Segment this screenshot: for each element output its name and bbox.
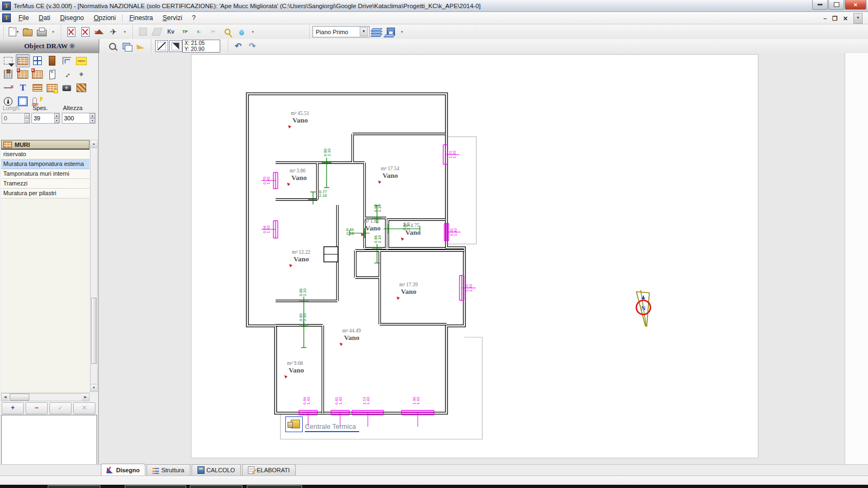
floor-selector[interactable]: Piano Primo ▼ xyxy=(312,26,369,37)
centrale-termica-label[interactable]: Centrale Termica xyxy=(305,423,359,432)
menu-finestra[interactable]: Finestra xyxy=(124,12,157,23)
wall-e2-tool[interactable]: E xyxy=(30,68,44,81)
radiator-tool[interactable] xyxy=(1,68,15,81)
altezza-spinner[interactable]: ▲▼ xyxy=(90,113,95,123)
undo-button[interactable]: ↶ xyxy=(231,40,245,53)
muri-vertical-scrollbar[interactable]: ▲ ▼ xyxy=(90,140,98,392)
measure-tool[interactable]: ↔ xyxy=(60,68,74,81)
boiler-icon[interactable] xyxy=(285,416,303,432)
mdi-minimize-button[interactable]: – xyxy=(824,15,827,22)
muri-item[interactable]: Muratura per pilastri xyxy=(1,189,90,198)
corner-tool[interactable] xyxy=(60,54,74,67)
wall-alert-tool[interactable] xyxy=(45,81,59,94)
wall-tool[interactable] xyxy=(16,54,30,67)
wall-e1-tool[interactable]: E xyxy=(16,68,30,81)
scroll-left-icon[interactable]: ◀ xyxy=(2,394,9,401)
minimize-button[interactable] xyxy=(812,0,828,10)
scroll-up-icon[interactable]: ▲ xyxy=(91,140,97,148)
toolbar-overflow-button[interactable]: ▾ xyxy=(248,25,257,38)
tab-calcolo[interactable]: CALCOLO xyxy=(192,464,241,476)
toolbar-options-button[interactable]: ▾ xyxy=(853,13,863,24)
new-document-button[interactable]: ▾ xyxy=(7,25,21,38)
toolbar-overflow-button[interactable]: ▾ xyxy=(120,25,129,38)
toolbar-overflow-button[interactable]: ▾ xyxy=(49,25,58,38)
muri-item-selected[interactable]: Muratura tamponatura esterna xyxy=(1,159,90,169)
vano-tool[interactable]: vano xyxy=(74,54,88,67)
aerial-view-button[interactable]: ✈ xyxy=(106,25,120,38)
photo-tool[interactable] xyxy=(60,81,74,94)
open-button[interactable] xyxy=(21,25,35,38)
menu-file[interactable]: File xyxy=(14,12,34,23)
menu-dati[interactable]: Dati xyxy=(34,12,55,23)
muri-item[interactable]: Tramezzi xyxy=(1,179,90,189)
print-button[interactable] xyxy=(35,25,49,38)
spes-field[interactable]: ▲▼ xyxy=(31,113,60,124)
centrale-termica-object[interactable]: Centrale Termica xyxy=(285,416,359,432)
select-tool[interactable] xyxy=(1,54,15,67)
scrollbar-thumb[interactable] xyxy=(10,394,29,401)
cut-button[interactable]: ✂ xyxy=(206,25,220,38)
stairs-tool[interactable] xyxy=(74,81,88,94)
tp-transfer-button[interactable]: TP xyxy=(178,25,192,38)
save-floor-button[interactable] xyxy=(384,25,398,38)
delete-line-tool[interactable] xyxy=(1,81,15,94)
altezza-field[interactable]: ▲▼ xyxy=(62,113,95,124)
draft-button[interactable] xyxy=(133,40,148,53)
disabled-tool-button[interactable] xyxy=(136,25,150,38)
view-3d-button[interactable]: 3D xyxy=(92,25,106,38)
muri-item[interactable]: Tamponatura muri interni xyxy=(1,169,90,179)
restore-button[interactable] xyxy=(828,0,844,10)
water-drop-button[interactable] xyxy=(234,25,248,38)
muri-list-header[interactable]: MURI xyxy=(1,140,90,150)
mdi-restore-button[interactable]: ❐ xyxy=(832,15,838,22)
confirm-button[interactable]: ✓ xyxy=(49,402,72,414)
menu-disegno[interactable]: Disegno xyxy=(55,12,89,23)
lungh-field[interactable]: ▲▼ xyxy=(2,113,30,124)
key-tool-button[interactable] xyxy=(220,25,234,38)
mdi-child-icon[interactable]: T xyxy=(2,14,11,22)
menu-help[interactable]: ? xyxy=(187,12,201,23)
kv-tool-button[interactable]: Kv xyxy=(164,25,178,38)
text-tool[interactable]: T xyxy=(16,81,30,94)
window-symbol[interactable]: 1.251.40 xyxy=(459,275,476,300)
remove-item-button[interactable]: − xyxy=(25,402,48,414)
muri-horizontal-scrollbar[interactable]: ◀ ▶ xyxy=(1,393,90,401)
scroll-right-icon[interactable]: ▶ xyxy=(82,394,89,401)
ortho-toggle-button[interactable] xyxy=(169,40,182,52)
redo-button[interactable]: ↷ xyxy=(245,40,259,53)
snap-toggle-button[interactable] xyxy=(155,40,168,52)
scrollbar-thumb[interactable] xyxy=(91,298,97,364)
muri-item[interactable]: riservato xyxy=(1,150,90,159)
close-all-views-button[interactable] xyxy=(78,25,92,38)
tab-disegno[interactable]: Disegno xyxy=(101,464,145,476)
altezza-input[interactable] xyxy=(62,114,90,122)
door-tool[interactable] xyxy=(45,54,59,67)
scroll-down-icon[interactable]: ▼ xyxy=(91,384,97,391)
views-button[interactable] xyxy=(119,40,133,53)
tab-struttura[interactable]: Struttura xyxy=(146,464,190,476)
tab-elaborati[interactable]: ELABORATI xyxy=(242,464,296,476)
disabled-tool-button[interactable] xyxy=(150,25,164,38)
door-leaf-tool[interactable] xyxy=(45,68,59,81)
close-window-view-button[interactable] xyxy=(64,25,78,38)
spes-spinner[interactable]: ▲▼ xyxy=(54,113,59,123)
chevron-down-icon[interactable]: ▼ xyxy=(360,27,368,36)
window-symbol[interactable]: 0.851.40 xyxy=(444,223,461,241)
zoom-button[interactable] xyxy=(105,40,119,53)
spes-input[interactable] xyxy=(32,114,54,122)
add-item-button[interactable]: + xyxy=(2,402,24,414)
t-quota-button[interactable]: t↓ xyxy=(192,25,206,38)
close-button[interactable]: ✕ xyxy=(845,0,866,10)
lungh-input[interactable] xyxy=(2,114,24,122)
north-symbol[interactable]: N xyxy=(636,290,650,327)
menu-servizi[interactable]: Servizi xyxy=(158,12,187,23)
window-tool[interactable] xyxy=(30,54,44,67)
drawing-canvas[interactable]: m² 45.51Vanom² 3.86Vanom² 17.54Vanom² 12… xyxy=(99,53,868,464)
cancel-button[interactable]: ✕ xyxy=(73,402,95,414)
menu-opzioni[interactable]: Opzioni xyxy=(89,12,121,23)
layer-manager-button[interactable] xyxy=(369,25,384,38)
reference-point-tool[interactable]: ⌖ xyxy=(74,68,88,81)
table-tool[interactable] xyxy=(30,81,44,94)
lungh-spinner[interactable]: ▲▼ xyxy=(24,113,29,123)
mdi-close-button[interactable]: ✕ xyxy=(843,15,848,22)
